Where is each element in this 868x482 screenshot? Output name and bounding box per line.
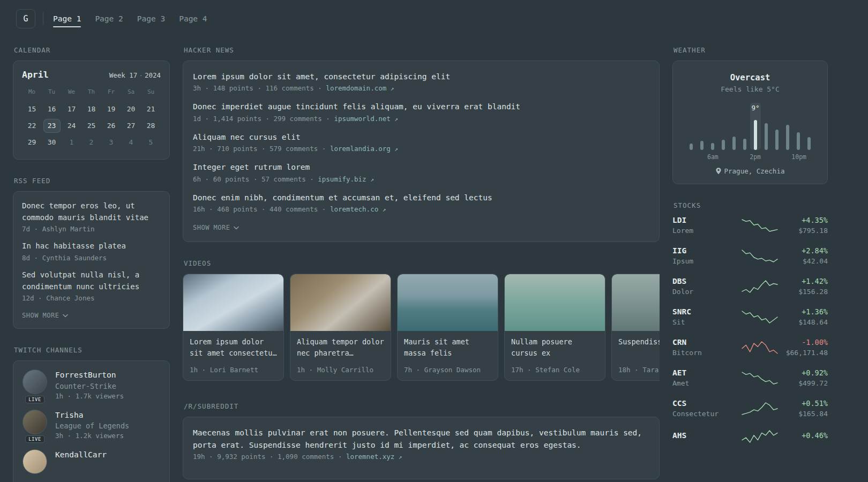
stock-values: +1.36%$148.64 — [779, 307, 828, 326]
stock-change: +0.51% — [779, 399, 828, 408]
hn-domain-link[interactable]: ipsumify.biz — [318, 175, 366, 183]
video-title[interactable]: Aliquam tempor dolor nec pharetra… — [297, 336, 384, 359]
hn-item-meta: 1d · 1,414 points · 299 comments · ipsum… — [193, 115, 649, 123]
video-card[interactable]: Mauris sit amet massa felis 7h · Grayson… — [397, 274, 498, 381]
weather-feels-like: Feels like 5°C — [682, 85, 819, 93]
hn-show-more-button[interactable]: SHOW MORE — [193, 224, 239, 231]
hn-meta-text: 1d · 1,414 points · 299 comments · — [193, 115, 334, 123]
calendar-day: 16 — [42, 101, 62, 117]
hn-item-title[interactable]: Donec imperdiet augue tincidunt felis al… — [193, 101, 649, 112]
subreddit-post-title[interactable]: Maecenas mollis pulvinar erat non posuer… — [193, 427, 649, 451]
avatar[interactable] — [23, 410, 47, 434]
rss-show-more-button[interactable]: SHOW MORE — [22, 312, 68, 319]
calendar-day-headers: Mo Tu We Th Fr Sa Su — [22, 86, 161, 97]
video-card[interactable]: Nullam posuere cursus ex 17h · Stefan Co… — [504, 274, 605, 381]
weather-bar-slot — [707, 103, 718, 150]
video-card[interactable]: Lorem ipsum dolor sit amet consectetu… 1… — [183, 274, 284, 381]
hn-item-title[interactable]: Integer eget rutrum lorem — [193, 161, 649, 173]
stock-row[interactable]: SNRCSit +1.36%$148.64 — [672, 307, 828, 326]
video-body: Suspendisse diam 18h · Tara — [612, 331, 660, 380]
live-badge: LIVE — [25, 435, 44, 443]
rss-item-title[interactable]: In hac habitasse platea — [22, 240, 161, 252]
stock-symbol: AHS — [672, 431, 741, 440]
video-thumbnail[interactable] — [612, 274, 660, 331]
app-logo[interactable]: G — [16, 9, 35, 28]
weather-time: 6am — [707, 153, 719, 161]
stock-row[interactable]: AHS +0.46% — [672, 430, 828, 443]
video-thumbnail[interactable] — [290, 274, 391, 331]
avatar[interactable] — [23, 449, 47, 474]
stock-symbol: LDI — [672, 216, 741, 224]
chevron-down-icon — [63, 314, 68, 318]
stock-change: +4.35% — [779, 216, 828, 224]
rss-item: Donec tempor eros leo, ut commodo mauris… — [22, 200, 161, 233]
video-card[interactable]: Suspendisse diam 18h · Tara — [611, 274, 660, 381]
hn-item-title[interactable]: Aliquam nec cursus elit — [193, 131, 649, 143]
stock-name: Consectetur — [672, 410, 741, 418]
subreddit-domain-link[interactable]: loremnet.xyz — [346, 453, 394, 461]
video-meta: 17h · Stefan Cole — [511, 366, 598, 374]
stock-change: -1.00% — [779, 338, 828, 347]
tab-page-3[interactable]: Page 3 — [137, 9, 165, 28]
stock-price: $156.28 — [779, 288, 828, 296]
stock-id: SNRCSit — [672, 307, 741, 326]
calendar-day-next-month: 5 — [141, 134, 161, 150]
stock-name: Ipsum — [672, 257, 741, 265]
stock-row[interactable]: IIGIpsum +2.84%$42.04 — [672, 246, 828, 265]
tab-page-2[interactable]: Page 2 — [95, 9, 123, 28]
stock-row[interactable]: LDILorem +4.35%$795.18 — [672, 216, 828, 235]
stock-sparkline — [741, 341, 779, 355]
twitch-card: LIVE ForrestBurton Counter-Strike 1h · 1… — [13, 360, 170, 482]
weather-bar-slot — [782, 103, 793, 150]
hn-domain-link[interactable]: ipsumworld.net — [334, 115, 390, 123]
weather-widget-title: WEATHER — [674, 46, 828, 54]
stock-row[interactable]: CCSConsectetur +0.51%$165.84 — [672, 399, 828, 418]
calendar-day: 25 — [81, 117, 101, 134]
calendar-day: 20 — [121, 101, 141, 117]
hn-domain-link[interactable]: loremlandia.org — [330, 145, 391, 153]
video-thumbnail[interactable] — [398, 274, 498, 331]
weather-bar-slot — [793, 103, 804, 150]
weather-bar — [797, 132, 800, 150]
show-more-label: SHOW MORE — [22, 312, 59, 319]
calendar-day-next-month: 2 — [81, 134, 101, 150]
tab-page-4[interactable]: Page 4 — [179, 9, 207, 28]
stock-row[interactable]: CRNBitcorn -1.00%$66,171.48 — [672, 338, 828, 357]
location-pin-icon — [716, 168, 721, 175]
video-meta: 1h · Molly Carrillo — [297, 366, 384, 374]
stock-name: Sit — [672, 318, 741, 326]
hn-item-title[interactable]: Lorem ipsum dolor sit amet, consectetur … — [193, 71, 649, 82]
tab-page-1[interactable]: Page 1 — [53, 9, 81, 28]
video-title[interactable]: Suspendisse diam — [618, 336, 660, 348]
video-thumbnail[interactable] — [183, 274, 283, 331]
show-more-label: SHOW MORE — [193, 224, 230, 231]
stock-row[interactable]: DBSDolor +1.42%$156.28 — [672, 277, 828, 296]
dashboard: CALENDAR April Week 17·2024 Mo Tu We Th … — [0, 37, 868, 482]
stock-price: $499.72 — [779, 379, 828, 387]
video-title[interactable]: Nullam posuere cursus ex — [511, 336, 598, 359]
video-title[interactable]: Mauris sit amet massa felis — [404, 336, 491, 359]
channel-game: League of Legends — [55, 421, 129, 430]
hn-item-title[interactable]: Donec enim nibh, condimentum et accumsan… — [193, 192, 649, 204]
stock-sparkline — [741, 310, 779, 324]
channel-name[interactable]: KendallCarr — [55, 449, 107, 460]
stock-row[interactable]: AETAmet +0.92%$499.72 — [672, 368, 828, 387]
video-thumbnail[interactable] — [505, 274, 605, 331]
rss-item-title[interactable]: Sed volutpat nulla nisl, a condimentum n… — [22, 269, 161, 292]
stock-sparkline — [741, 219, 779, 232]
channel-name[interactable]: Trisha — [55, 410, 129, 420]
rss-item-title[interactable]: Donec tempor eros leo, ut commodo mauris… — [22, 200, 161, 223]
avatar[interactable] — [23, 370, 47, 394]
hn-domain-link[interactable]: loremtech.co — [330, 205, 378, 213]
page-tabs: Page 1 Page 2 Page 3 Page 4 — [53, 9, 207, 28]
video-card[interactable]: Aliquam tempor dolor nec pharetra… 1h · … — [290, 274, 391, 381]
video-title[interactable]: Lorem ipsum dolor sit amet consectetu… — [190, 336, 277, 359]
subreddit-meta-text: 19h · 9,932 points · 1,090 comments · — [193, 453, 346, 461]
channel-name[interactable]: ForrestBurton — [55, 370, 124, 380]
hn-domain-link[interactable]: loremdomain.com — [326, 84, 386, 92]
calendar-day-selected: 23 — [42, 117, 62, 134]
videos-row: Lorem ipsum dolor sit amet consectetu… 1… — [183, 274, 660, 381]
hn-meta-text: 6h · 60 points · 57 comments · — [193, 175, 318, 183]
weather-bar-slot — [772, 103, 782, 150]
stock-name: Bitcorn — [672, 349, 741, 357]
